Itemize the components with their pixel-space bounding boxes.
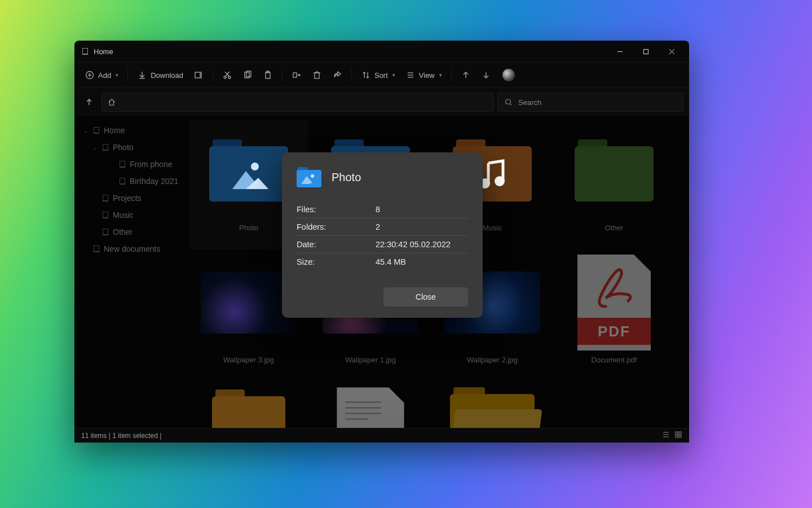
dialog-val-folders: 2 xyxy=(376,222,380,231)
svg-point-32 xyxy=(506,99,511,104)
status-text: 11 items | 1 item selected | xyxy=(81,432,161,440)
clipboard-icon xyxy=(263,70,273,80)
share-button[interactable] xyxy=(328,67,347,84)
dialog-title: Photo xyxy=(332,171,361,184)
dialog-folder-icon xyxy=(297,167,321,187)
dialog-key-date: Date: xyxy=(297,240,376,249)
minimize-button[interactable] xyxy=(607,42,633,60)
dialog-val-files: 8 xyxy=(376,205,380,214)
arrow-down-icon xyxy=(481,70,491,80)
share-icon xyxy=(332,70,342,80)
copy-icon xyxy=(242,70,253,80)
maximize-button[interactable] xyxy=(633,42,659,60)
svg-line-14 xyxy=(225,72,229,76)
home-icon xyxy=(108,98,116,106)
grid-view-icon[interactable] xyxy=(674,431,682,440)
add-label: Add xyxy=(98,71,111,80)
status-bar: 11 items | 1 item selected | xyxy=(74,428,689,443)
svg-rect-44 xyxy=(679,432,681,434)
title-bar: Home xyxy=(74,41,689,62)
dialog-val-size: 45.4 MB xyxy=(376,257,406,266)
svg-rect-19 xyxy=(293,73,297,77)
rename-icon xyxy=(193,70,204,80)
svg-point-34 xyxy=(251,163,259,170)
search-icon xyxy=(505,98,513,106)
nav-up-button[interactable] xyxy=(80,93,98,111)
dialog-key-folders: Folders: xyxy=(297,222,376,231)
dialog-key-files: Files: xyxy=(297,205,376,214)
svg-rect-43 xyxy=(676,432,678,434)
toolbar-divider xyxy=(451,69,452,81)
svg-rect-45 xyxy=(676,435,678,437)
address-bar[interactable] xyxy=(102,93,494,112)
upload-arrow-button[interactable] xyxy=(456,67,475,84)
search-input[interactable]: Search xyxy=(497,93,683,112)
sort-label: Sort xyxy=(374,71,388,80)
svg-point-47 xyxy=(311,174,314,178)
dialog-table: Files:8 Folders:2 Date:22:30:42 05.02.20… xyxy=(297,201,468,270)
dialog-val-date: 22:30:42 05.02.2022 xyxy=(376,240,451,249)
close-button[interactable] xyxy=(659,42,685,60)
download-button[interactable]: Download xyxy=(133,67,188,84)
svg-marker-48 xyxy=(301,176,312,184)
navigation-row: Search xyxy=(74,88,689,116)
list-icon xyxy=(405,70,416,80)
toolbar-divider xyxy=(351,69,352,81)
arrow-up-icon xyxy=(461,70,471,80)
svg-rect-21 xyxy=(315,73,319,78)
svg-point-12 xyxy=(228,76,231,78)
trash-icon xyxy=(312,70,322,80)
rename-button[interactable] xyxy=(189,67,208,84)
toolbar: Add▾ Download Sort▾ View▾ xyxy=(74,62,689,88)
window-title: Home xyxy=(94,47,113,56)
dialog-close-button[interactable]: Close xyxy=(383,287,468,306)
svg-line-13 xyxy=(226,72,230,76)
toolbar-divider xyxy=(127,69,128,81)
view-button[interactable]: View▾ xyxy=(401,67,447,84)
properties-dialog: Photo Files:8 Folders:2 Date:22:30:42 05… xyxy=(282,152,483,318)
toolbar-divider xyxy=(282,69,283,81)
dialog-key-size: Size: xyxy=(297,257,376,266)
sort-icon xyxy=(361,70,371,80)
close-label: Close xyxy=(416,292,436,301)
search-placeholder: Search xyxy=(518,98,541,107)
sort-button[interactable]: Sort▾ xyxy=(356,67,400,84)
svg-rect-46 xyxy=(679,435,681,437)
paste-button[interactable] xyxy=(258,67,277,84)
toolbar-divider xyxy=(213,69,213,81)
view-label: View xyxy=(419,71,435,80)
download-label: Download xyxy=(151,71,183,80)
svg-rect-9 xyxy=(195,72,200,78)
cut-button[interactable] xyxy=(218,67,237,84)
details-view-icon[interactable] xyxy=(662,431,670,440)
add-button[interactable]: Add▾ xyxy=(80,67,123,84)
svg-line-33 xyxy=(510,104,512,106)
download-icon xyxy=(137,70,147,80)
svg-rect-1 xyxy=(643,49,648,54)
plus-circle-icon xyxy=(85,70,95,80)
move-button[interactable] xyxy=(287,67,306,84)
copy-button[interactable] xyxy=(238,67,257,84)
delete-button[interactable] xyxy=(307,67,326,84)
svg-point-38 xyxy=(495,176,505,186)
svg-point-11 xyxy=(224,76,226,78)
scissors-icon xyxy=(222,70,232,80)
tab-icon xyxy=(82,48,88,55)
move-icon xyxy=(292,70,302,80)
download-arrow-button[interactable] xyxy=(476,67,496,84)
user-avatar[interactable] xyxy=(502,69,515,81)
